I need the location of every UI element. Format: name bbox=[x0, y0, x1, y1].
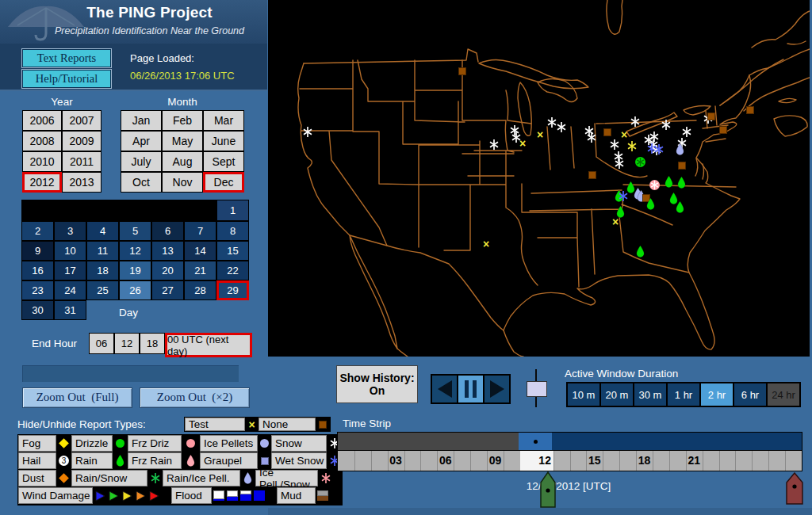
month-button-Mar[interactable]: Mar bbox=[203, 110, 244, 131]
legend-label-none[interactable]: None bbox=[259, 418, 316, 431]
us-map[interactable]: ××××× bbox=[268, 0, 810, 357]
legend-drop-icon[interactable] bbox=[182, 452, 199, 469]
month-button-Aug[interactable]: Aug bbox=[162, 151, 203, 172]
legend-label-rain-snow[interactable]: Rain/Snow bbox=[71, 470, 147, 486]
legend-flood-icon[interactable] bbox=[253, 487, 266, 504]
calendar-day-3[interactable]: 3 bbox=[54, 221, 86, 241]
calendar-day-14[interactable]: 14 bbox=[184, 241, 216, 261]
calendar-day-8[interactable]: 8 bbox=[216, 221, 249, 241]
calendar-day-10[interactable]: 10 bbox=[54, 241, 86, 261]
legend-label-dust[interactable]: Dust bbox=[18, 470, 56, 486]
calendar-day-13[interactable]: 13 bbox=[151, 241, 184, 261]
year-button-2007[interactable]: 2007 bbox=[62, 110, 102, 131]
month-button-Feb[interactable]: Feb bbox=[162, 110, 203, 131]
legend-label-ice-pellets[interactable]: Ice Pellets bbox=[200, 435, 258, 452]
calendar-day-19[interactable]: 19 bbox=[119, 261, 151, 280]
step-back-button[interactable] bbox=[432, 376, 457, 402]
report-marker-asterisk[interactable] bbox=[615, 158, 624, 172]
report-marker-square[interactable] bbox=[707, 109, 715, 124]
legend-label-graupel[interactable]: Graupel bbox=[200, 452, 258, 469]
legend-label-frz-rain[interactable]: Frz Rain bbox=[128, 452, 182, 469]
report-marker-drop[interactable] bbox=[677, 177, 686, 192]
time-strip-top-bar[interactable] bbox=[337, 432, 802, 452]
duration-option-10m[interactable]: 10 m bbox=[567, 383, 600, 406]
show-history-button[interactable]: Show History: On bbox=[336, 365, 418, 403]
calendar-day-7[interactable]: 7 bbox=[184, 221, 216, 241]
time-strip-hours-bar[interactable]: 03060912151821 bbox=[337, 450, 802, 471]
calendar-day-4[interactable]: 4 bbox=[86, 221, 119, 241]
legend-label-snow[interactable]: Snow bbox=[271, 435, 327, 452]
calendar-day-9[interactable]: 9 bbox=[21, 241, 54, 261]
legend-tri-icon[interactable] bbox=[134, 487, 147, 504]
time-cursor-marker[interactable] bbox=[539, 471, 557, 509]
legend-tri-icon[interactable] bbox=[94, 487, 106, 504]
report-marker-asterisk[interactable] bbox=[661, 119, 671, 133]
legend-label-rain[interactable]: Rain bbox=[71, 452, 113, 469]
pause-button[interactable] bbox=[458, 376, 483, 402]
legend-label-hail[interactable]: Hail bbox=[18, 452, 56, 469]
report-marker-square[interactable] bbox=[719, 123, 727, 137]
legend-circle3-icon[interactable]: 3 bbox=[57, 452, 71, 469]
legend-drop-icon[interactable] bbox=[113, 452, 127, 469]
report-marker-drop[interactable] bbox=[646, 198, 655, 213]
calendar-day-23[interactable]: 23 bbox=[21, 280, 54, 300]
month-button-Sept[interactable]: Sept bbox=[203, 151, 244, 172]
report-marker-asterisk[interactable] bbox=[547, 116, 557, 131]
end-hour-option[interactable]: 12 bbox=[114, 333, 140, 354]
calendar-day-29[interactable]: 29 bbox=[216, 280, 249, 300]
calendar-day-21[interactable]: 21 bbox=[184, 261, 216, 280]
calendar-day-24[interactable]: 24 bbox=[54, 280, 86, 300]
year-button-2010[interactable]: 2010 bbox=[22, 151, 62, 172]
year-button-2013[interactable]: 2013 bbox=[62, 172, 102, 193]
end-hour-option[interactable]: 18 bbox=[140, 333, 165, 354]
year-button-2006[interactable]: 2006 bbox=[22, 110, 62, 131]
duration-option-1hr[interactable]: 1 hr bbox=[667, 383, 700, 406]
report-marker-square[interactable] bbox=[678, 158, 686, 173]
duration-option-30m[interactable]: 30 m bbox=[634, 383, 667, 406]
report-marker-circleAst[interactable] bbox=[635, 156, 645, 170]
report-marker-asterisk[interactable] bbox=[557, 121, 566, 135]
report-marker-asterisk[interactable] bbox=[627, 140, 637, 154]
legend-label-ice-pell-snow[interactable]: Ice Pell./Snow bbox=[255, 470, 318, 486]
legend-label-rain-ice-pell-[interactable]: Rain/Ice Pell. bbox=[163, 470, 240, 486]
calendar-day-6[interactable]: 6 bbox=[151, 221, 184, 241]
end-time-marker[interactable] bbox=[785, 472, 804, 505]
report-marker-drop[interactable] bbox=[665, 176, 673, 191]
month-button-Nov[interactable]: Nov bbox=[162, 172, 203, 193]
legend-asterisk-icon[interactable] bbox=[148, 470, 162, 486]
legend-flood-icon[interactable] bbox=[213, 487, 225, 504]
legend-label-mud[interactable]: Mud bbox=[277, 487, 316, 504]
legend-label-wind-damage[interactable]: Wind Damage bbox=[18, 487, 93, 504]
legend-circle-icon[interactable] bbox=[113, 435, 127, 452]
report-marker-circleAst[interactable] bbox=[649, 179, 660, 193]
year-button-2009[interactable]: 2009 bbox=[62, 131, 102, 151]
legend-tri-icon[interactable] bbox=[147, 487, 160, 504]
end-hour-option[interactable]: 06 bbox=[89, 333, 114, 354]
legend-flood-icon[interactable] bbox=[226, 487, 239, 504]
legend-x-icon[interactable]: × bbox=[246, 418, 258, 431]
help-tutorial-button[interactable]: Help/Tutorial bbox=[22, 70, 111, 88]
legend-square-icon[interactable] bbox=[316, 418, 329, 431]
legend-diamond-icon[interactable] bbox=[57, 470, 71, 486]
calendar-day-28[interactable]: 28 bbox=[184, 280, 216, 300]
calendar-day-2[interactable]: 2 bbox=[21, 221, 54, 241]
month-button-Dec[interactable]: Dec bbox=[203, 172, 244, 193]
speed-slider-handle[interactable] bbox=[527, 381, 547, 397]
report-marker-x[interactable]: × bbox=[621, 128, 627, 142]
report-marker-square[interactable] bbox=[458, 64, 466, 78]
legend-label-drizzle[interactable]: Drizzle bbox=[71, 435, 113, 452]
duration-option-20m[interactable]: 20 m bbox=[600, 383, 634, 406]
calendar-day-27[interactable]: 27 bbox=[151, 280, 184, 300]
report-marker-square[interactable] bbox=[603, 125, 611, 139]
month-button-Oct[interactable]: Oct bbox=[121, 172, 162, 193]
year-button-2011[interactable]: 2011 bbox=[62, 151, 102, 172]
legend-circle-icon[interactable] bbox=[259, 435, 270, 452]
calendar-day-15[interactable]: 15 bbox=[216, 241, 249, 261]
calendar-day-16[interactable]: 16 bbox=[21, 261, 54, 280]
legend-label-flood[interactable]: Flood bbox=[171, 487, 212, 504]
report-marker-asterisk[interactable] bbox=[630, 116, 640, 130]
month-button-May[interactable]: May bbox=[162, 131, 203, 151]
calendar-day-17[interactable]: 17 bbox=[54, 261, 86, 280]
report-marker-asterisk[interactable] bbox=[511, 132, 521, 146]
legend-label-fog[interactable]: Fog bbox=[18, 435, 56, 452]
